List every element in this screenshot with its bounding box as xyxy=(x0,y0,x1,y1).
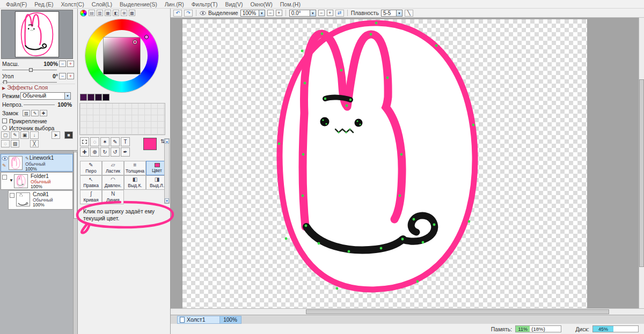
menu-linework[interactable]: Лин.(R) xyxy=(161,1,188,8)
selection-source-row[interactable]: Источник выбора xyxy=(0,124,75,132)
delete-layer-button[interactable]: ╳ xyxy=(30,140,39,147)
navigator-angle-cw-button[interactable]: + xyxy=(67,73,74,79)
stroke-style-button[interactable]: ╲ xyxy=(405,10,413,17)
tool-panel-scrollbar[interactable]: ▲ ▼ xyxy=(164,138,170,204)
lock-draw-button[interactable]: ✎ xyxy=(31,110,39,116)
horizontal-scrollbar[interactable] xyxy=(171,308,644,315)
layer-row-sloy1[interactable]: Слой1 Обычный 100% xyxy=(8,190,73,210)
view-zoom-select[interactable]: 100% ▾ xyxy=(240,10,265,17)
slider-handle[interactable] xyxy=(29,68,33,72)
tool-option-pressure[interactable]: ◠Давлен. xyxy=(102,175,124,190)
mixer-tab-icon[interactable]: ◧ xyxy=(113,10,119,16)
view-zoom-in-button[interactable]: + xyxy=(276,10,282,16)
color-swatch[interactable] xyxy=(95,94,102,101)
saturation-value-square[interactable] xyxy=(104,38,140,74)
canvas-tab[interactable]: Холст1 100% xyxy=(177,316,241,324)
swatches-tab-icon[interactable]: ▦ xyxy=(105,10,111,16)
move-tool[interactable]: ✚ xyxy=(80,147,89,157)
visibility-checkbox[interactable] xyxy=(2,175,7,180)
clear-layer-button[interactable]: ◌ xyxy=(1,140,10,147)
undo-button[interactable]: ↶ xyxy=(173,10,182,17)
navigator-zoom-in-button[interactable]: + xyxy=(67,61,74,67)
tool-option-select-stroke[interactable]: ◧Выд.К. xyxy=(124,175,146,190)
menu-window[interactable]: Окно(W) xyxy=(246,1,276,8)
canvas-viewport[interactable] xyxy=(171,18,644,308)
navigator-angle-ccw-button[interactable]: − xyxy=(59,73,66,79)
redo-button[interactable]: ↷ xyxy=(184,10,193,17)
zoom-tool[interactable]: ⊕ xyxy=(90,147,99,157)
clipping-checkbox[interactable] xyxy=(2,118,7,123)
menu-layer[interactable]: Слой(L) xyxy=(88,1,116,8)
flip-horizontal-button[interactable]: ⇄ xyxy=(335,10,344,17)
scrollbar-thumb[interactable] xyxy=(306,309,609,314)
fill-layer-button[interactable]: ▨ xyxy=(11,140,19,147)
clipping-row[interactable]: Прикрепление xyxy=(0,117,75,125)
menu-view[interactable]: Вид(V) xyxy=(221,1,246,8)
layer-effects-section[interactable]: ▶Эффекты Слоя xyxy=(0,84,75,91)
color-swatch[interactable] xyxy=(103,94,109,101)
rect-select-tool[interactable] xyxy=(80,137,89,146)
color-swatch[interactable] xyxy=(80,94,87,101)
new-layer-button[interactable]: ▢ xyxy=(1,131,10,139)
texture-tab-icon[interactable]: ▩ xyxy=(129,10,135,16)
scrollbar-thumb[interactable] xyxy=(639,79,644,267)
opacity-slider[interactable] xyxy=(24,105,55,105)
scrollbar-thumb[interactable] xyxy=(74,152,77,219)
eyedropper-tool[interactable]: ✒ xyxy=(121,147,130,157)
layer-opacity: 100% xyxy=(33,203,72,207)
scroll-down-arrow-icon[interactable]: ▼ xyxy=(165,198,169,203)
navigator-zoom-out-button[interactable]: − xyxy=(59,61,66,67)
pin-button[interactable]: ➤ xyxy=(52,131,60,139)
visibility-checkbox[interactable] xyxy=(10,193,14,198)
new-linework-layer-button[interactable]: ✎ xyxy=(11,131,19,139)
menu-selection[interactable]: Выделение(S) xyxy=(116,1,161,8)
reset-view-tool[interactable]: ↺ xyxy=(111,147,120,157)
rgb-slider-tab-icon[interactable]: ▤ xyxy=(89,10,95,16)
tool-option-curve[interactable]: ʃКривая xyxy=(80,190,102,204)
visibility-eye-icon[interactable] xyxy=(2,156,8,161)
blend-mode-select[interactable]: Обычный ▾ xyxy=(20,92,71,100)
view-zoom-out-button[interactable]: − xyxy=(267,10,274,16)
magic-wand-tool[interactable]: ✶ xyxy=(100,137,109,146)
rotate-cw-button[interactable]: + xyxy=(327,10,333,16)
scratchpad-tab-icon[interactable]: ⊞ xyxy=(121,10,127,16)
current-color-swatch[interactable] xyxy=(143,138,157,150)
color-wheel[interactable] xyxy=(85,19,158,92)
lasso-tool[interactable]: ◌ xyxy=(90,137,99,146)
color-swatch[interactable] xyxy=(87,94,94,101)
panel-options-button[interactable]: ■ xyxy=(64,131,73,139)
layers-scrollbar[interactable] xyxy=(73,151,77,334)
swatch-grid[interactable] xyxy=(79,103,165,135)
rotate-ccw-button[interactable]: − xyxy=(318,10,325,16)
new-folder-button[interactable]: ▣ xyxy=(20,131,29,139)
hsv-slider-tab-icon[interactable]: ▥ xyxy=(97,10,103,16)
menu-file[interactable]: Файл(F) xyxy=(2,1,31,8)
selection-source-radio[interactable] xyxy=(2,125,7,130)
vertical-scrollbar[interactable] xyxy=(639,18,644,308)
select-pen-tool[interactable]: ✎ xyxy=(111,137,120,146)
folder-expand-arrow[interactable]: ▼ xyxy=(9,173,14,189)
menu-filter[interactable]: Фильтр(T) xyxy=(188,1,222,8)
lock-transparency-button[interactable]: ▨ xyxy=(23,110,30,116)
color-wheel-tab-icon[interactable] xyxy=(80,10,87,17)
canvas-transparency-checker[interactable] xyxy=(182,19,587,308)
rotate-view-tool[interactable]: ↻ xyxy=(100,147,109,157)
navigator-preview[interactable] xyxy=(15,11,59,57)
transfer-down-button[interactable]: ↓ xyxy=(30,131,39,139)
lock-move-button[interactable]: ✚ xyxy=(40,110,47,116)
navigator-zoom-slider[interactable] xyxy=(2,68,57,72)
view-angle-select[interactable]: 0.0° ▾ xyxy=(289,10,316,17)
text-tool[interactable]: T xyxy=(121,137,130,146)
scroll-up-arrow-icon[interactable]: ▲ xyxy=(165,139,169,144)
layer-row-folder1[interactable]: ▼ Folder1 Обычный 100% xyxy=(1,172,73,190)
tool-option-line[interactable]: NЛиния xyxy=(102,190,124,204)
menu-canvas[interactable]: Холст(C) xyxy=(57,1,87,8)
menu-edit[interactable]: Ред.(E) xyxy=(31,1,57,8)
menu-help[interactable]: Пом.(H) xyxy=(276,1,304,8)
tool-option-pen[interactable]: ✎Перо xyxy=(80,161,102,175)
tool-option-weight[interactable]: ≡Толщина xyxy=(124,161,146,175)
tool-option-eraser[interactable]: ▱Ластик xyxy=(102,161,124,175)
layer-row-linework1[interactable]: ✎ ✎Linework1 Обычный 100% xyxy=(1,154,73,172)
smoothness-select[interactable]: 5-5 ▾ xyxy=(381,10,402,17)
tool-option-edit[interactable]: ↖Правка xyxy=(80,175,102,190)
